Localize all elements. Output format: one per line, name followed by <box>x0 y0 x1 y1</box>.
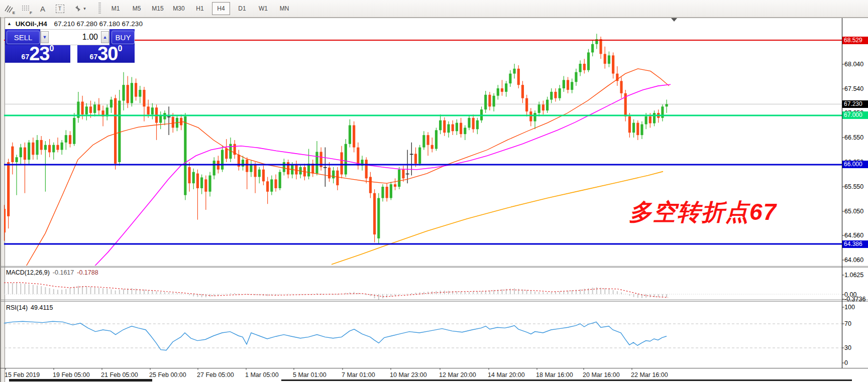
price-tick: 64.060 <box>844 257 867 264</box>
macd-main-value: -0.1617 <box>53 269 74 276</box>
rsi-tick: 100 <box>844 304 867 311</box>
price-tick: 65.550 <box>844 183 867 190</box>
bottom-scrollbar-thumb[interactable] <box>9 379 152 381</box>
rsi-tick: 0 <box>844 359 867 366</box>
time-tick: 7 Mar 01:00 <box>342 371 375 378</box>
time-tick: 25 Feb 00:00 <box>149 371 186 378</box>
volume-input[interactable] <box>49 32 101 42</box>
sell-price-panel[interactable]: 67230 <box>5 45 70 63</box>
sell-price-small: 67 <box>22 53 30 61</box>
rsi-label: RSI(14)49.4115 <box>6 304 53 311</box>
price-tick: 68.040 <box>844 61 867 68</box>
level-price-tag: 64.386 <box>842 240 868 248</box>
level-price-tag: 68.529 <box>842 37 868 44</box>
price-tick: 66.550 <box>844 134 867 141</box>
time-tick: 21 Feb 05:00 <box>101 371 138 378</box>
time-tick: 5 Mar 01:00 <box>293 371 327 378</box>
level-price-tag: 66.000 <box>842 161 868 168</box>
buy-button[interactable]: BUY <box>112 31 135 44</box>
price-tick: 65.050 <box>844 208 867 215</box>
ohlc-values: 67.210 67.280 67.180 67.230 <box>54 20 142 28</box>
volume-increase-button[interactable]: ▲ <box>101 31 109 43</box>
rsi-value: 49.4115 <box>31 304 53 311</box>
sell-button[interactable]: SELL <box>7 31 40 44</box>
macd-tick: -0.3736 <box>844 296 867 303</box>
chart-title: ▲ UKOil-,H4 67.210 67.280 67.180 67.230 <box>7 20 143 28</box>
buy-price-small: 67 <box>90 53 98 61</box>
time-tick: 19 Feb 05:00 <box>53 371 90 378</box>
time-tick: 18 Mar 16:00 <box>536 371 573 378</box>
current-price-tag: 67.230 <box>842 100 868 108</box>
level-price-tag: 67.000 <box>842 111 868 119</box>
buy-price-sup: 0 <box>118 44 122 53</box>
time-tick: 14 Mar 20:00 <box>488 371 525 378</box>
time-tick: 20 Mar 16:00 <box>583 371 620 378</box>
sell-price-big: 23 <box>29 46 49 62</box>
price-tick: 64.560 <box>844 232 867 239</box>
macd-tick: 1.0625 <box>844 272 867 279</box>
time-tick: 27 Feb 05:00 <box>197 371 234 378</box>
time-tick: 1 Mar 05:00 <box>245 371 279 378</box>
collapse-arrow-icon[interactable]: ▲ <box>7 21 12 26</box>
buy-price-panel[interactable]: 67300 <box>77 45 135 63</box>
shift-marker-icon <box>671 18 677 22</box>
sell-price-sup: 0 <box>49 44 54 53</box>
rsi-tick: 70 <box>844 320 867 327</box>
symbol-period-label: UKOil-,H4 <box>16 20 47 28</box>
macd-signal-value: -0.1788 <box>77 269 98 276</box>
time-tick: 15 Feb 2019 <box>5 371 40 378</box>
time-tick: 22 Mar 16:00 <box>631 371 668 378</box>
price-tick: 67.540 <box>844 85 867 92</box>
rsi-tick: 30 <box>844 344 867 351</box>
one-click-trading-panel: ▼ ▲ SELL BUY 67230 67300 <box>5 29 135 63</box>
volume-decrease-button[interactable]: ▼ <box>41 31 49 43</box>
macd-label: MACD(12,26,9)-0.1617-0.1788 <box>6 269 98 276</box>
time-tick: 12 Mar 20:00 <box>439 371 476 378</box>
buy-price-big: 30 <box>97 46 118 62</box>
chart-annotation: 多空转折点67 <box>629 197 777 228</box>
bottom-scrollbar-track <box>281 379 852 381</box>
time-tick: 10 Mar 23:00 <box>390 371 427 378</box>
mt4-window: E F A T ▾ M1M5M15M30H1H4D1W1MN ▲ UKOil-,… <box>0 0 868 382</box>
